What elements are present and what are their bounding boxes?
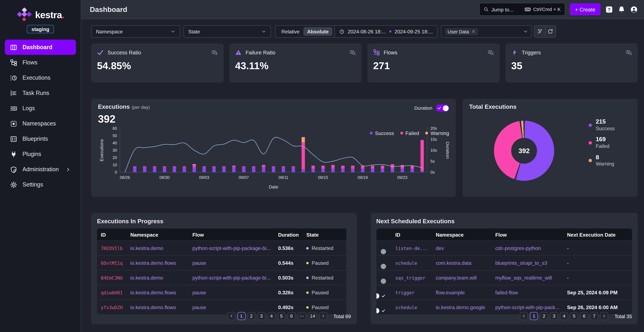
- pagination-page-5[interactable]: 5: [278, 312, 286, 320]
- sidebar-item-task-runs[interactable]: Task Runs: [5, 85, 76, 101]
- namespace-link[interactable]: io.kestra.demo.flows: [130, 260, 176, 266]
- account-icon[interactable]: [630, 5, 638, 13]
- pagination-page-1[interactable]: 1: [530, 312, 538, 320]
- namespace-link[interactable]: io.kestra.demo.google: [436, 304, 485, 310]
- namespace-link[interactable]: com.kestra.data: [436, 260, 471, 266]
- next-execution-date: -: [567, 260, 569, 266]
- blueprint-icon: [10, 135, 17, 143]
- pagination-page-3[interactable]: 3: [257, 312, 266, 320]
- execution-id-link[interactable]: 6DvtMI1q: [101, 260, 122, 266]
- namespace-link[interactable]: io.kestra.demo: [130, 245, 163, 251]
- text-search-icon[interactable]: [211, 49, 218, 56]
- legend-item-failed[interactable]: Failed: [400, 130, 419, 136]
- close-icon[interactable]: [472, 29, 475, 33]
- sidebar-item-executions[interactable]: Executions: [5, 70, 76, 85]
- flow-link[interactable]: pause: [192, 260, 206, 266]
- namespace-link[interactable]: io.kestra.demo.flows: [130, 304, 176, 310]
- flow-link[interactable]: python-script-with-pip-package-bi...: [192, 275, 270, 281]
- execution-id-link[interactable]: 7KEOVIlb: [101, 246, 122, 251]
- date-range-input[interactable]: 2024-08-26 18:... 2024-09-25 18:...: [335, 25, 438, 38]
- column-header[interactable]: State: [302, 228, 346, 241]
- pagination-next-button[interactable]: [319, 312, 327, 320]
- pagination-page-1[interactable]: 1: [237, 312, 246, 320]
- pagination-page-4[interactable]: 4: [560, 312, 568, 320]
- flow-link[interactable]: blueprints_strapi_to_s3: [495, 260, 547, 266]
- execution-id-link[interactable]: qdiwbH81: [101, 290, 122, 295]
- execution-id-link[interactable]: yfs3wDZH: [101, 305, 122, 310]
- donut-legend-item-warning[interactable]: 8Warning: [588, 155, 615, 167]
- namespace-link[interactable]: io.kestra.demo: [130, 275, 163, 281]
- sidebar-item-namespaces[interactable]: Namespaces: [5, 116, 76, 131]
- flow-link[interactable]: pause: [192, 290, 206, 295]
- scheduled-table: IDNamespaceFlowNext Execution Datelisten…: [376, 228, 632, 314]
- legend-item-success[interactable]: Success: [370, 130, 394, 136]
- help-icon[interactable]: ?: [605, 5, 613, 13]
- pagination-page-7[interactable]: 7: [590, 312, 598, 320]
- duration-toggle[interactable]: [436, 104, 449, 112]
- sidebar-item-logs[interactable]: Logs: [5, 101, 76, 116]
- refresh-button[interactable]: [545, 25, 556, 38]
- flow-link[interactable]: failed-flow: [495, 290, 518, 295]
- create-button[interactable]: + Create: [570, 3, 601, 15]
- relative-option[interactable]: Relative: [278, 27, 303, 36]
- sidebar-item-blueprints[interactable]: Blueprints: [5, 131, 76, 147]
- legend-item-warning[interactable]: Warning: [425, 130, 449, 136]
- execution-id-link[interactable]: B4EmC3NU: [101, 275, 122, 281]
- duration-toggle-label: Duration: [414, 105, 432, 111]
- sidebar-item-settings[interactable]: Settings: [5, 177, 76, 192]
- pagination-prev-button[interactable]: [520, 312, 528, 320]
- column-header[interactable]: ID: [97, 228, 126, 241]
- namespace-link[interactable]: io.kestra.demo.flows: [130, 290, 176, 295]
- namespace-link[interactable]: company.team.will: [436, 275, 477, 281]
- flow-link[interactable]: python-script-with-pip-package-bi...: [192, 245, 270, 251]
- column-header[interactable]: Flow: [492, 228, 563, 241]
- donut-legend-item-failed[interactable]: 169Failed: [588, 137, 615, 149]
- namespace-filter-label: Namespace: [96, 29, 123, 34]
- pagination-page-6[interactable]: 6: [288, 312, 296, 320]
- column-header[interactable]: Next Execution Date: [563, 228, 632, 241]
- column-header[interactable]: Duration: [274, 228, 303, 241]
- bell-icon[interactable]: [618, 5, 625, 13]
- clear-filters-button[interactable]: [534, 25, 545, 38]
- text-search-icon[interactable]: [349, 49, 356, 56]
- svg-text:15s: 15s: [430, 137, 437, 142]
- flow-link[interactable]: cdc-postgres-python: [495, 245, 541, 251]
- flow-link[interactable]: python-script-with-pip-pack...: [495, 304, 560, 310]
- column-header[interactable]: [376, 228, 392, 241]
- pagination-ellipsis[interactable]: ⋯: [298, 312, 306, 320]
- brand-logo[interactable]: kestra.: [0, 0, 81, 22]
- sidebar-item-dashboard[interactable]: Dashboard: [5, 40, 76, 55]
- pagination-page-4[interactable]: 4: [268, 312, 276, 320]
- pagination-next-button[interactable]: [600, 312, 608, 320]
- pagination-page-6[interactable]: 6: [580, 312, 588, 320]
- text-search-icon[interactable]: [487, 49, 494, 56]
- sidebar-item-administration[interactable]: Administration: [5, 162, 76, 177]
- column-header[interactable]: Flow: [188, 228, 274, 241]
- pagination-page-2[interactable]: 2: [540, 312, 548, 320]
- state-filter-select[interactable]: State: [184, 25, 271, 38]
- pagination-page-2[interactable]: 2: [247, 312, 256, 320]
- namespace-link[interactable]: dev: [436, 245, 444, 251]
- jump-to-search[interactable]: Jump to... Ctrl/Cmd + K: [479, 3, 565, 16]
- pagination-page-3[interactable]: 3: [550, 312, 558, 320]
- text-search-icon[interactable]: [625, 49, 632, 56]
- absolute-option[interactable]: Absolute: [303, 27, 332, 36]
- column-header[interactable]: ID: [392, 228, 432, 241]
- executions-chart-title: Executions(per day): [98, 104, 449, 110]
- column-header[interactable]: Namespace: [432, 228, 492, 241]
- namespace-link[interactable]: flow.example: [436, 290, 465, 295]
- pagination-page-5[interactable]: 5: [570, 312, 578, 320]
- column-header[interactable]: Namespace: [126, 228, 188, 241]
- flow-link[interactable]: pause: [192, 304, 206, 310]
- pagination-page-14[interactable]: 14: [308, 312, 317, 320]
- namespace-filter-select[interactable]: Namespace: [91, 25, 180, 38]
- timeline-clock-icon: [10, 74, 17, 81]
- donut-legend-item-success[interactable]: 215Success: [588, 119, 615, 131]
- pagination-prev-button[interactable]: [227, 312, 235, 320]
- kpi-label: Triggers: [522, 50, 541, 55]
- legend-dot: [400, 132, 403, 135]
- sidebar-item-flows[interactable]: Flows: [5, 55, 76, 70]
- sidebar-item-plugins[interactable]: Plugins: [5, 147, 76, 162]
- user-data-select[interactable]: User Data: [441, 25, 532, 38]
- flow-link[interactable]: myflow_sqs_realtime_will: [495, 275, 552, 281]
